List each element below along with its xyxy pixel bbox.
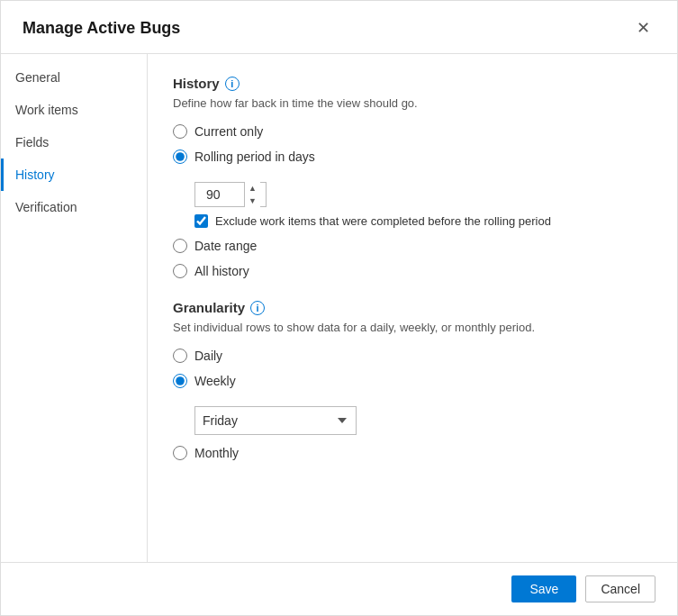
- days-decrement-button[interactable]: ▼: [245, 195, 260, 207]
- exclude-checkbox[interactable]: [194, 214, 208, 228]
- history-option-all-history[interactable]: All history: [173, 264, 652, 278]
- sidebar-item-work-items[interactable]: Work items: [1, 94, 147, 126]
- granularity-radio-group: Daily Weekly Sunday Monday Tuesday Wedne: [173, 349, 652, 460]
- rolling-sub-options: ▲ ▼ Exclude work items that were complet…: [194, 182, 652, 228]
- granularity-option-weekly[interactable]: Weekly: [173, 374, 652, 388]
- history-description: Define how far back in time the view sho…: [173, 96, 652, 110]
- history-radio-rolling-period[interactable]: [173, 149, 187, 164]
- dialog-header: Manage Active Bugs ✕: [1, 1, 677, 54]
- weekly-day-select-container: Sunday Monday Tuesday Wednesday Thursday…: [194, 406, 652, 435]
- exclude-checkbox-item[interactable]: Exclude work items that were completed b…: [194, 214, 652, 228]
- granularity-section-title: Granularity i: [173, 300, 652, 315]
- granularity-description: Set individual rows to show data for a d…: [173, 321, 652, 334]
- granularity-section: Granularity i Set individual rows to sho…: [173, 300, 652, 460]
- granularity-info-icon[interactable]: i: [250, 301, 265, 315]
- granularity-radio-daily[interactable]: [173, 349, 187, 363]
- rolling-days-spinner: ▲ ▼: [244, 182, 260, 207]
- dialog-footer: Save Cancel: [1, 562, 677, 615]
- history-option-rolling-period[interactable]: Rolling period in days: [173, 149, 652, 164]
- history-radio-all-history[interactable]: [173, 264, 187, 278]
- sidebar: General Work items Fields History Verifi…: [1, 54, 148, 562]
- history-option-current-only[interactable]: Current only: [173, 124, 652, 139]
- sidebar-item-general[interactable]: General: [1, 61, 147, 94]
- rolling-days-input[interactable]: [203, 187, 244, 202]
- granularity-option-monthly[interactable]: Monthly: [173, 446, 652, 460]
- days-increment-button[interactable]: ▲: [245, 182, 260, 195]
- history-radio-date-range[interactable]: [173, 239, 187, 253]
- history-radio-current-only[interactable]: [173, 124, 187, 139]
- history-info-icon[interactable]: i: [225, 77, 240, 91]
- history-section-title: History i: [173, 76, 652, 91]
- sidebar-item-verification[interactable]: Verification: [1, 191, 147, 223]
- save-button[interactable]: Save: [511, 575, 576, 602]
- rolling-days-input-container: ▲ ▼: [194, 182, 267, 207]
- close-button[interactable]: ✕: [630, 15, 655, 41]
- content-area: History i Define how far back in time th…: [148, 54, 677, 562]
- rolling-days-input-wrap: ▲ ▼: [194, 182, 652, 207]
- history-radio-group: Current only Rolling period in days: [173, 124, 652, 278]
- history-section: History i Define how far back in time th…: [173, 76, 652, 278]
- sidebar-item-history[interactable]: History: [1, 159, 147, 191]
- sidebar-item-fields[interactable]: Fields: [1, 126, 147, 159]
- cancel-button[interactable]: Cancel: [585, 575, 655, 602]
- dialog-body: General Work items Fields History Verifi…: [1, 54, 677, 562]
- history-option-date-range[interactable]: Date range: [173, 239, 652, 253]
- manage-active-bugs-dialog: Manage Active Bugs ✕ General Work items …: [0, 0, 678, 616]
- dialog-title: Manage Active Bugs: [23, 19, 180, 38]
- granularity-radio-monthly[interactable]: [173, 446, 187, 460]
- granularity-option-daily[interactable]: Daily: [173, 349, 652, 363]
- granularity-radio-weekly[interactable]: [173, 374, 187, 388]
- weekly-day-select[interactable]: Sunday Monday Tuesday Wednesday Thursday…: [194, 406, 357, 435]
